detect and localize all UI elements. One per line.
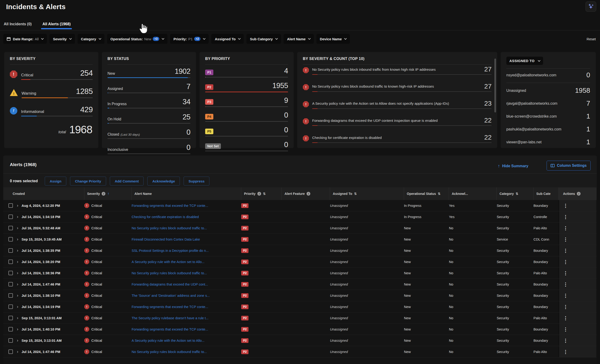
status-row[interactable]: New 1902 [107, 65, 190, 80]
row-checkbox[interactable] [9, 282, 13, 287]
tab-all-incidents[interactable]: All Incidents (0) [4, 22, 32, 29]
column-header-alert-feature[interactable]: Alert Featurei [282, 187, 330, 200]
row-checkbox[interactable] [9, 260, 13, 264]
filter-alert-name[interactable]: Alert Name [284, 34, 314, 44]
alert-name-link[interactable]: No Security policy rules block outbound … [132, 271, 207, 275]
column-header-operational-status[interactable]: Operational Status⇅ [404, 187, 449, 200]
row-expand-chevron[interactable]: › [14, 211, 21, 222]
priority-row[interactable]: P2 1955 [205, 79, 288, 94]
row-actions-kebab[interactable]: ⋮ [563, 237, 568, 242]
row-checkbox[interactable] [9, 293, 13, 298]
row-actions-kebab[interactable]: ⋮ [563, 327, 568, 332]
filter-assigned-to[interactable]: Assigned To [211, 34, 244, 44]
alert-name-link[interactable]: The Security policy rulebase doesn't hav… [132, 316, 208, 320]
filter-severity[interactable]: Severity [49, 34, 75, 44]
alert-name-link[interactable]: The 'Source' and 'Destination' address a… [132, 294, 210, 298]
top10-row[interactable]: ! No Security policy rules block inbound… [303, 65, 492, 75]
row-checkbox[interactable] [9, 248, 13, 253]
severity-row[interactable]: ! Warning1285 [10, 83, 93, 101]
row-expand-chevron[interactable]: › [14, 268, 21, 279]
row-actions-kebab[interactable]: ⋮ [563, 248, 568, 253]
status-row[interactable]: In Progress 34 [107, 95, 190, 110]
filter-operational-status[interactable]: Operational Status: New +3 [107, 34, 168, 44]
row-actions-kebab[interactable]: ⋮ [563, 338, 568, 343]
row-expand-chevron[interactable]: › [14, 290, 21, 301]
row-checkbox[interactable] [9, 305, 13, 309]
column-header-created[interactable]: Created [3, 187, 84, 200]
priority-row[interactable]: Not Set 0 [205, 139, 288, 153]
column-header-category[interactable]: Category⇅ [497, 187, 534, 200]
assignee-row[interactable]: rjavgal@paloaltonetworks.com 7 [506, 97, 590, 110]
reset-filters-button[interactable]: Reset [587, 37, 596, 41]
row-expand-chevron[interactable]: › [14, 245, 21, 256]
row-checkbox[interactable] [9, 215, 13, 219]
assignee-row[interactable]: nsyed@paloaltonetworks.com 0 [506, 69, 590, 83]
sort-icon[interactable]: ⇅ [263, 192, 266, 196]
alert-name-link[interactable]: Forwarding datagrams that exceed the UDP… [132, 282, 208, 286]
alert-name-link[interactable]: No Security policy rules block outbound … [132, 226, 207, 230]
row-actions-kebab[interactable]: ⋮ [563, 349, 568, 355]
column-header-assigned-to[interactable]: Assigned To⇅ [330, 187, 404, 200]
sort-icon[interactable]: ⇅ [438, 192, 441, 196]
alert-name-link[interactable]: Forwarding segments that exceed the TCP … [132, 305, 208, 309]
alert-name-link[interactable]: SSL Protocol Settings in a Decryption pr… [132, 249, 209, 252]
column-header-severity[interactable]: Severityi↑ [84, 187, 132, 200]
row-expand-chevron[interactable]: › [14, 256, 21, 267]
filter-date-range[interactable]: Date Range: All [3, 34, 47, 44]
row-checkbox[interactable] [9, 327, 13, 331]
change-priority-button[interactable]: Change Priority [70, 177, 106, 186]
assigned-to-dropdown[interactable]: ASSIGNED TO [506, 57, 543, 65]
hide-summary-button[interactable]: ↑ Hide Summary [498, 163, 528, 169]
assignee-row[interactable]: blue-screen@crowdstrike.com 1 [506, 110, 590, 123]
row-checkbox[interactable] [9, 237, 13, 242]
info-icon[interactable]: i [102, 192, 105, 196]
assignee-row[interactable]: Unassigned 1958 [506, 84, 590, 97]
row-checkbox[interactable] [9, 338, 13, 343]
row-expand-chevron[interactable]: › [14, 279, 21, 290]
info-icon[interactable]: i [257, 192, 261, 196]
row-actions-kebab[interactable]: ⋮ [563, 270, 568, 276]
row-expand-chevron[interactable]: › [14, 324, 21, 335]
column-settings-button[interactable]: Column Settings [547, 161, 591, 170]
row-actions-kebab[interactable]: ⋮ [563, 315, 568, 321]
row-expand-chevron[interactable]: › [14, 223, 21, 233]
top10-row[interactable]: ! A Security policy rule with the Action… [303, 100, 492, 109]
severity-row[interactable]: ! Informational429 [10, 101, 93, 120]
column-header-priority[interactable]: Priorityi⇅ [241, 187, 282, 200]
row-actions-kebab[interactable]: ⋮ [563, 304, 568, 310]
row-expand-chevron[interactable]: › [14, 234, 21, 245]
priority-row[interactable]: P3 9 [205, 94, 288, 109]
row-checkbox[interactable] [9, 226, 13, 230]
info-icon[interactable]: i [307, 192, 310, 196]
row-expand-chevron[interactable]: › [14, 312, 21, 324]
alert-name-link[interactable]: Firewall Disconnected from Cortex Data L… [132, 238, 200, 241]
priority-row[interactable]: P1 4 [205, 65, 288, 79]
row-actions-kebab[interactable]: ⋮ [563, 259, 568, 265]
alert-name-link[interactable]: Checking for certificate expiration is d… [132, 215, 199, 219]
row-actions-kebab[interactable]: ⋮ [563, 214, 568, 220]
alert-name-link[interactable]: Forwarding segments that exceed the TCP … [132, 327, 208, 331]
row-checkbox[interactable] [9, 271, 13, 275]
info-icon[interactable]: i [577, 192, 581, 196]
filter-category[interactable]: Category [77, 34, 104, 44]
column-header-alert-name[interactable]: Alert Name [132, 187, 241, 200]
assignee-row[interactable]: viewer@pan-labs.net 1 [506, 136, 590, 149]
filter-priority[interactable]: Priority: P1 +2 [170, 34, 209, 44]
row-expand-chevron[interactable]: › [14, 301, 21, 312]
status-row[interactable]: Closed(Last 30 days) 0 [107, 126, 190, 141]
top10-row[interactable]: ! Checking for certificate expiration is… [303, 134, 492, 143]
sort-icon[interactable]: ⇅ [516, 192, 518, 196]
alert-name-link[interactable]: A Security policy rule with the Action s… [132, 260, 205, 264]
row-expand-chevron[interactable]: › [14, 200, 21, 211]
column-header-actions[interactable]: Actionsi [559, 187, 596, 200]
filter-device-name[interactable]: Device Name [316, 34, 350, 44]
alert-name-link[interactable]: Forwarding segments that exceed the TCP … [132, 204, 208, 207]
alert-name-link[interactable]: No Security policy rules block outbound … [132, 350, 207, 354]
assignee-row[interactable]: pashukla@paloaltonetworks.com 1 [506, 123, 590, 136]
column-header-sub-category[interactable]: Sub Cate [534, 187, 559, 200]
suppress-button[interactable]: Suppress [184, 177, 209, 186]
ai-copilot-button[interactable] [585, 1, 596, 12]
row-expand-chevron[interactable]: › [14, 346, 21, 357]
row-checkbox[interactable] [9, 316, 13, 320]
top10-row[interactable]: ! No Security policy rules block outboun… [303, 83, 492, 92]
